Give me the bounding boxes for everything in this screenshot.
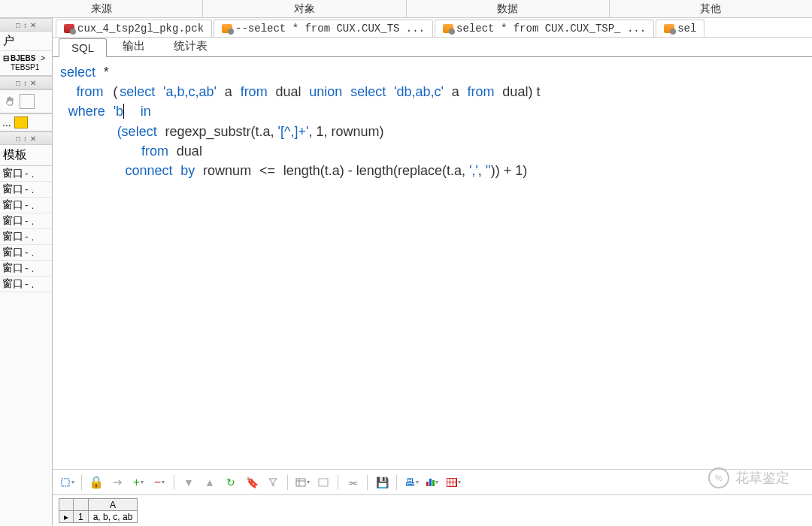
table-row[interactable]: ▸ 1 a, b, c, ab xyxy=(59,511,138,523)
file-tab[interactable]: --select * from CUX.CUX_TS ... xyxy=(214,20,433,37)
svg-rect-1 xyxy=(296,479,305,486)
print-icon[interactable]: 🖶 xyxy=(403,474,420,491)
link-icon[interactable]: ⫘ xyxy=(344,474,361,491)
template-item[interactable]: 窗口- . xyxy=(0,198,52,213)
file-tab-label: cux_4_tsp2gl_pkg.pck xyxy=(77,23,204,35)
row-num-header[interactable] xyxy=(74,499,89,511)
left-panel: □ ↕ ✕ 户 ⊟ BJEBS TEBSP1 > □ ↕ ✕ xyxy=(0,18,53,526)
sql-editor[interactable]: select * from (select 'a,b,c,ab' a from … xyxy=(53,57,812,470)
hand-icon[interactable] xyxy=(3,95,17,108)
svg-rect-4 xyxy=(319,479,328,486)
file-tab-label: select * from CUX.CUX_TSP_ ... xyxy=(456,23,646,35)
scroll-up-icon[interactable]: ▲ xyxy=(201,474,218,491)
sql-icon xyxy=(222,24,232,33)
template-item[interactable]: 窗口- . xyxy=(0,182,52,198)
svg-rect-0 xyxy=(62,479,69,486)
row-number: 1 xyxy=(74,511,89,523)
menu-data[interactable]: 数据 xyxy=(407,0,610,17)
result-grid: A ▸ 1 a, b, c, ab xyxy=(53,495,812,526)
dock-controls-3: □ ↕ ✕ xyxy=(0,132,52,145)
select-icon[interactable] xyxy=(59,474,75,491)
package-icon xyxy=(64,24,74,33)
filter-icon[interactable] xyxy=(265,474,281,491)
folder-icon[interactable] xyxy=(14,116,28,128)
dock-box-icon[interactable]: □ xyxy=(15,21,21,29)
grid-icon[interactable] xyxy=(445,474,462,491)
dock-controls-2: □ ↕ ✕ xyxy=(0,76,52,89)
sql-icon xyxy=(443,24,453,33)
dock-controls: □ ↕ ✕ xyxy=(0,18,52,32)
dock-box-icon[interactable]: □ xyxy=(15,135,21,143)
menu-object[interactable]: 对象 xyxy=(203,0,406,17)
dock-box-icon[interactable]: □ xyxy=(15,79,21,87)
result-toolbar: 🔒 + − ▼ ▲ ↻ 🔖 ⫘ 💾 xyxy=(53,470,812,495)
file-tab[interactable]: select * from CUX.CUX_TSP_ ... xyxy=(435,20,654,37)
wechat-icon: % xyxy=(708,467,729,488)
lock-icon[interactable]: 🔒 xyxy=(88,474,105,491)
column-header[interactable]: A xyxy=(88,499,138,511)
scroll-down-icon[interactable]: ▼ xyxy=(180,474,197,491)
collapse-icon[interactable]: ⊟ xyxy=(3,54,9,62)
bookmark-icon[interactable]: 🔖 xyxy=(244,474,260,491)
cell-value[interactable]: a, b, c, ab xyxy=(88,511,138,523)
tree-label-1: BJEBS xyxy=(11,54,39,63)
tab-output[interactable]: 输出 xyxy=(110,36,158,56)
refresh-icon[interactable]: ↻ xyxy=(223,474,239,491)
watermark: % 花草鉴定 xyxy=(708,467,789,488)
file-tab-label: sel xyxy=(677,23,696,35)
view-icon[interactable] xyxy=(294,474,311,491)
tree-node[interactable]: ⊟ BJEBS TEBSP1 > xyxy=(0,51,52,75)
save-icon[interactable]: 💾 xyxy=(374,474,390,491)
template-item[interactable]: 窗口- . xyxy=(0,261,52,277)
menu-source[interactable]: 来源 xyxy=(0,0,203,17)
template-item[interactable]: 窗口- . xyxy=(0,166,52,182)
menu-other[interactable]: 其他 xyxy=(610,0,812,17)
left-toolbar xyxy=(0,89,52,113)
tab-stats[interactable]: 统计表 xyxy=(161,36,220,56)
chart-icon[interactable] xyxy=(424,474,441,491)
single-icon[interactable] xyxy=(315,474,332,491)
fetch-icon[interactable] xyxy=(109,474,126,491)
file-tab[interactable]: cux_4_tsp2gl_pkg.pck xyxy=(56,20,212,37)
dock-pin-icon[interactable]: ↕ xyxy=(23,135,28,143)
top-menu: 来源 对象 数据 其他 xyxy=(0,0,812,18)
empty-box-icon[interactable] xyxy=(20,94,35,109)
file-tab[interactable]: sel xyxy=(656,20,704,37)
file-tab-label: --select * from CUX.CUX_TS ... xyxy=(235,23,425,35)
dock-close-icon[interactable]: ✕ xyxy=(29,21,37,29)
watermark-text: 花草鉴定 xyxy=(735,469,789,487)
sql-icon xyxy=(664,24,674,33)
template-item[interactable]: 窗口- . xyxy=(0,277,52,292)
ellipsis-icon[interactable]: ... xyxy=(2,116,11,128)
template-item[interactable]: 窗口- . xyxy=(0,229,52,245)
template-item[interactable]: 窗口- . xyxy=(0,213,52,229)
input-row: ... xyxy=(0,113,52,132)
panel-title-user: 户 xyxy=(0,32,52,51)
dock-close-icon[interactable]: ✕ xyxy=(29,135,37,143)
result-table[interactable]: A ▸ 1 a, b, c, ab xyxy=(59,498,138,523)
template-item[interactable]: 窗口- . xyxy=(0,245,52,261)
template-list: 窗口- . 窗口- . 窗口- . 窗口- . 窗口- . 窗口- . 窗口- … xyxy=(0,166,52,292)
file-tab-bar: cux_4_tsp2gl_pkg.pck --select * from CUX… xyxy=(53,18,812,38)
chevron-right-icon[interactable]: > xyxy=(41,54,45,62)
dock-pin-icon[interactable]: ↕ xyxy=(23,21,28,29)
template-title: 模板 xyxy=(0,145,52,166)
remove-icon[interactable]: − xyxy=(151,474,168,491)
dock-close-icon[interactable]: ✕ xyxy=(29,79,37,87)
tab-sql[interactable]: SQL xyxy=(59,38,107,57)
row-marker-icon[interactable]: ▸ xyxy=(59,511,74,523)
add-icon[interactable]: + xyxy=(130,474,147,491)
dock-pin-icon[interactable]: ↕ xyxy=(23,79,28,87)
corner-cell[interactable] xyxy=(59,499,74,511)
sub-tab-bar: SQL 输出 统计表 xyxy=(53,38,812,57)
tree-label-2: TEBSP1 xyxy=(11,63,39,72)
